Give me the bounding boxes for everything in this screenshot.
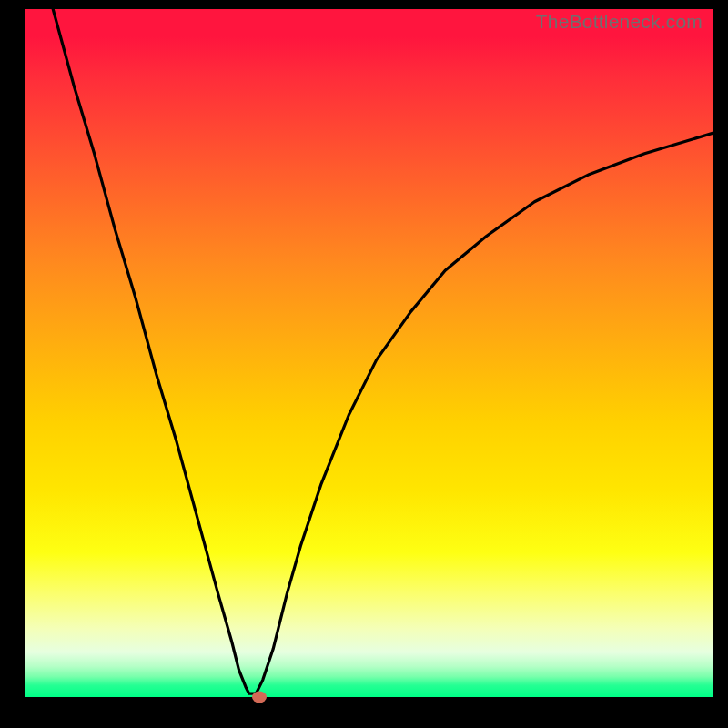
optimal-point-marker: [252, 692, 267, 703]
chart-plot-area: TheBottleneck.com: [25, 9, 713, 697]
bottleneck-curve: [25, 9, 713, 697]
chart-frame: TheBottleneck.com: [0, 0, 728, 728]
